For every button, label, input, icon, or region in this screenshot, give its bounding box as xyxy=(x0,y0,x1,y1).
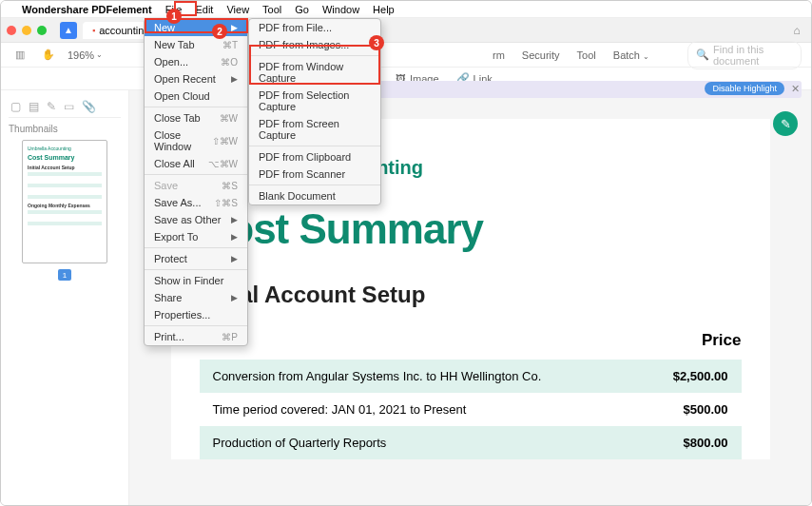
thumbnails-tab-icon[interactable]: ▢ xyxy=(10,100,21,113)
table-row: Time period covered: JAN 01, 2021 to Pre… xyxy=(200,393,742,426)
menubar-app-name: Wondershare PDFelement xyxy=(22,4,152,15)
menu-save: Save⌘S xyxy=(145,177,247,194)
menu-properties[interactable]: Properties... xyxy=(145,306,247,323)
main-toolbar: ▥ ✋ 196% ⌄ rm Security Tool Batch ⌄ 🔍 Fi… xyxy=(1,43,811,68)
file-menu-dropdown: New▶ New Tab⌘T Open...⌘O Open Recent▶ Op… xyxy=(144,18,248,346)
menu-close-window[interactable]: Close Window⇧⌘W xyxy=(145,126,247,155)
table-header: Name Price xyxy=(200,325,742,356)
zoom-value: 196% xyxy=(68,49,94,61)
menu-pdf-from-screen-capture[interactable]: PDF from Screen Capture xyxy=(249,115,380,144)
menu-pdf-from-scanner[interactable]: PDF from Scanner xyxy=(249,165,380,183)
mac-menubar: Wondershare PDFelement File Edit View To… xyxy=(1,1,811,18)
menu-new-tab[interactable]: New Tab⌘T xyxy=(145,36,247,53)
bookmarks-tab-icon[interactable]: ▤ xyxy=(29,100,39,113)
zoom-window-icon[interactable] xyxy=(37,26,47,35)
attachments-tab-icon[interactable]: 📎 xyxy=(82,100,96,113)
close-highlight-bar[interactable]: ✕ xyxy=(791,83,800,95)
search-tab-icon[interactable]: ▭ xyxy=(64,100,74,113)
menu-view[interactable]: View xyxy=(226,4,249,15)
menu-export[interactable]: Export To▶ xyxy=(145,228,247,245)
menu-pdf-from-selection-capture[interactable]: PDF from Selection Capture xyxy=(249,87,380,115)
menu-save-as[interactable]: Save As...⇧⌘S xyxy=(145,194,247,211)
minimize-window-icon[interactable] xyxy=(22,26,31,35)
new-submenu-dropdown: PDF from File... PDF from Images... PDF … xyxy=(248,18,381,205)
thumbnail-page-number: 1 xyxy=(58,269,71,281)
chevron-down-icon: ⌄ xyxy=(96,50,103,59)
pdf-file-icon: ▪ xyxy=(92,26,95,35)
menu-print[interactable]: Print...⌘P xyxy=(145,328,247,345)
toolbar-tab-security[interactable]: Security xyxy=(522,49,560,61)
app-icon: ▲ xyxy=(60,22,77,39)
floating-action-button[interactable]: ✎ xyxy=(773,111,798,136)
menu-pdf-from-file[interactable]: PDF from File... xyxy=(249,19,380,36)
table-row: Production of Quarterly Reports $800.00 xyxy=(200,426,742,459)
callout-3: 3 xyxy=(369,35,384,50)
hand-tool-icon[interactable]: ✋ xyxy=(39,46,58,65)
page-thumbnail[interactable]: Umbrella Accounting Cost Summary Initial… xyxy=(22,140,107,263)
disable-highlight-button[interactable]: Disable Highlight xyxy=(705,82,784,95)
menu-edit[interactable]: Edit xyxy=(195,4,213,15)
window-tabbar: ▲ ▪ accounting-sign_opti + ⌂ xyxy=(1,18,811,43)
sidebar-toggle-icon[interactable]: ▥ xyxy=(10,46,29,65)
menu-pdf-from-clipboard[interactable]: PDF from Clipboard xyxy=(249,148,380,165)
callout-2: 2 xyxy=(212,24,227,39)
zoom-control[interactable]: 196% ⌄ xyxy=(68,49,103,61)
toolbar-tab-batch[interactable]: Batch ⌄ xyxy=(613,49,649,61)
menu-close-all[interactable]: Close All⌥⌘W xyxy=(145,155,247,172)
menu-save-other[interactable]: Save as Other▶ xyxy=(145,211,247,228)
menu-go[interactable]: Go xyxy=(295,4,309,15)
menu-tool[interactable]: Tool xyxy=(262,4,281,15)
document-h1: Cost Summary xyxy=(200,205,742,253)
menu-open-cloud[interactable]: Open Cloud xyxy=(145,88,247,105)
search-input[interactable]: 🔍 Find in this document xyxy=(687,41,802,69)
menu-help[interactable]: Help xyxy=(373,4,395,15)
menu-blank-document[interactable]: Blank Document xyxy=(249,187,380,204)
menu-open-recent[interactable]: Open Recent▶ xyxy=(145,70,247,88)
menu-show-in-finder[interactable]: Show in Finder xyxy=(145,272,247,289)
thumbnails-sidebar: ▢ ▤ ✎ ▭ 📎 Thumbnails Umbrella Accounting… xyxy=(1,90,129,505)
toolbar-tab-rm[interactable]: rm xyxy=(493,49,505,61)
menu-window[interactable]: Window xyxy=(322,4,359,15)
callout-1: 1 xyxy=(166,9,182,24)
sidebar-title: Thumbnails xyxy=(9,124,121,134)
close-window-icon[interactable] xyxy=(7,26,16,35)
menu-open[interactable]: Open...⌘O xyxy=(145,53,247,70)
menu-share[interactable]: Share▶ xyxy=(145,289,247,306)
annotations-tab-icon[interactable]: ✎ xyxy=(47,100,56,113)
menu-pdf-from-images[interactable]: PDF from Images... xyxy=(249,36,380,53)
content-area: ▢ ▤ ✎ ▭ 📎 Thumbnails Umbrella Accounting… xyxy=(1,90,811,505)
home-button[interactable]: ⌂ xyxy=(788,22,805,39)
menu-pdf-from-window-capture[interactable]: PDF from Window Capture xyxy=(249,58,380,87)
traffic-lights[interactable] xyxy=(7,26,47,35)
search-icon: 🔍 xyxy=(696,49,709,61)
toolbar-tab-tool[interactable]: Tool xyxy=(577,49,596,61)
th-price: Price xyxy=(702,331,742,350)
search-placeholder: Find in this document xyxy=(713,44,793,67)
table-row: Conversion from Angular Systems Inc. to … xyxy=(200,360,742,393)
menu-protect[interactable]: Protect▶ xyxy=(145,250,247,267)
menu-close-tab[interactable]: Close Tab⌘W xyxy=(145,109,247,126)
document-h2: Initial Account Setup xyxy=(200,282,742,308)
menu-new[interactable]: New▶ xyxy=(145,19,247,36)
